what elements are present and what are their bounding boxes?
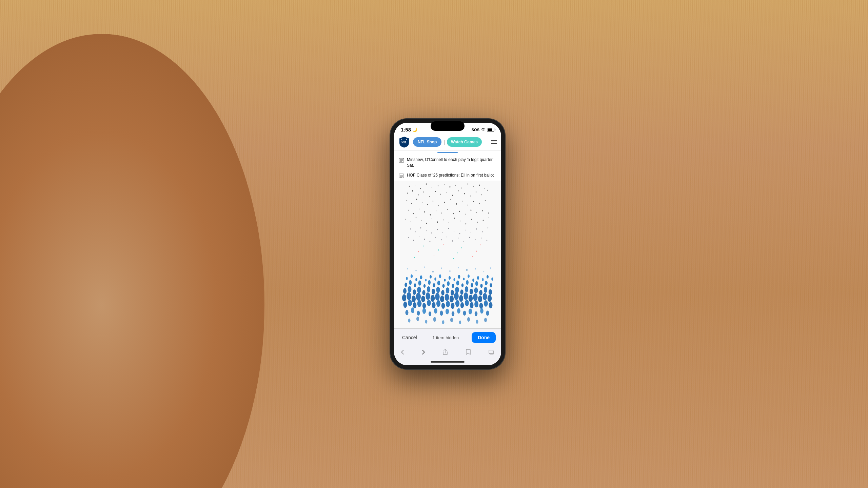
svg-point-189 xyxy=(460,289,463,294)
svg-point-256 xyxy=(467,317,470,321)
svg-point-249 xyxy=(408,319,411,323)
safari-tabs-button[interactable] xyxy=(487,349,496,357)
battery-icon xyxy=(487,128,494,131)
svg-point-15 xyxy=(432,187,432,188)
svg-point-193 xyxy=(479,290,482,295)
svg-point-129 xyxy=(416,269,417,271)
svg-point-79 xyxy=(454,218,455,219)
nfl-shop-button[interactable]: NFL Shop xyxy=(413,137,441,147)
svg-point-121 xyxy=(438,249,439,250)
news-item-2: HOF Class of '25 predictions: Eli in on … xyxy=(394,170,501,181)
svg-point-74 xyxy=(426,223,427,224)
svg-point-124 xyxy=(414,257,415,258)
svg-point-131 xyxy=(432,270,434,272)
svg-point-229 xyxy=(470,302,474,308)
svg-point-238 xyxy=(429,311,431,316)
svg-point-22 xyxy=(473,186,474,187)
svg-point-136 xyxy=(475,268,476,269)
svg-point-90 xyxy=(431,232,432,233)
svg-point-110 xyxy=(458,237,458,239)
svg-point-150 xyxy=(458,275,460,279)
svg-point-248 xyxy=(486,310,489,316)
svg-text:NFL: NFL xyxy=(401,141,407,144)
svg-point-226 xyxy=(455,300,459,307)
svg-point-33 xyxy=(452,195,453,196)
time-display: 1:58 xyxy=(401,127,411,133)
svg-point-208 xyxy=(459,295,463,302)
color-scatter-dots xyxy=(414,244,481,259)
svg-point-216 xyxy=(408,299,412,306)
svg-point-26 xyxy=(412,190,413,191)
tab-indicator xyxy=(437,152,458,153)
svg-point-202 xyxy=(431,295,435,302)
svg-point-170 xyxy=(461,283,464,287)
header-separator: | xyxy=(443,139,445,145)
svg-point-92 xyxy=(442,232,443,233)
svg-point-167 xyxy=(447,281,450,286)
svg-point-169 xyxy=(456,280,459,285)
safari-back-button[interactable] xyxy=(399,349,406,357)
svg-point-164 xyxy=(433,283,435,287)
svg-point-96 xyxy=(465,229,466,230)
header-buttons: NFL Shop | Watch Games xyxy=(413,137,488,147)
safari-bookmarks-button[interactable] xyxy=(464,348,472,357)
svg-point-72 xyxy=(416,217,416,218)
svg-point-64 xyxy=(459,210,460,212)
svg-point-57 xyxy=(419,208,419,209)
svg-point-24 xyxy=(485,188,485,189)
svg-point-254 xyxy=(450,318,453,322)
svg-point-119 xyxy=(480,244,481,245)
svg-point-36 xyxy=(470,195,471,196)
svg-point-70 xyxy=(406,219,406,220)
svg-point-192 xyxy=(474,287,478,293)
svg-point-75 xyxy=(432,218,432,219)
svg-point-99 xyxy=(482,231,483,232)
svg-point-159 xyxy=(409,280,412,285)
svg-point-175 xyxy=(485,281,488,285)
svg-point-39 xyxy=(487,189,488,190)
svg-point-232 xyxy=(484,300,488,307)
svg-point-154 xyxy=(477,276,479,280)
svg-point-255 xyxy=(459,320,461,324)
svg-point-126 xyxy=(453,258,454,259)
cancel-button[interactable]: Cancel xyxy=(399,333,420,342)
safari-toolbar xyxy=(394,346,501,359)
svg-point-173 xyxy=(475,281,478,286)
svg-point-224 xyxy=(446,301,450,307)
svg-point-89 xyxy=(426,230,427,231)
svg-point-152 xyxy=(468,274,470,278)
svg-point-247 xyxy=(480,308,484,313)
svg-point-222 xyxy=(436,300,440,307)
watch-games-button[interactable]: Watch Games xyxy=(447,137,482,147)
svg-point-246 xyxy=(475,311,477,316)
svg-point-191 xyxy=(470,289,473,294)
svg-point-176 xyxy=(490,283,492,287)
svg-point-115 xyxy=(487,240,487,241)
scatter-svg xyxy=(394,181,501,328)
svg-point-142 xyxy=(420,275,422,279)
svg-point-120 xyxy=(418,251,419,252)
safari-forward-button[interactable] xyxy=(420,349,427,357)
svg-point-180 xyxy=(417,286,421,293)
svg-point-88 xyxy=(420,227,421,228)
svg-point-73 xyxy=(421,220,421,221)
safari-share-button[interactable] xyxy=(441,348,449,357)
svg-point-188 xyxy=(455,286,459,293)
done-button[interactable]: Done xyxy=(472,332,496,343)
svg-point-133 xyxy=(449,270,450,272)
svg-point-185 xyxy=(441,290,444,295)
svg-point-13 xyxy=(420,188,421,189)
svg-point-237 xyxy=(422,308,426,313)
svg-point-210 xyxy=(469,295,473,302)
svg-point-149 xyxy=(453,278,455,281)
svg-point-182 xyxy=(427,286,430,292)
svg-point-178 xyxy=(408,286,412,292)
svg-point-221 xyxy=(432,302,436,308)
hamburger-menu-button[interactable] xyxy=(491,140,497,144)
svg-point-236 xyxy=(417,310,420,315)
svg-point-69 xyxy=(488,212,489,214)
svg-point-145 xyxy=(434,277,436,280)
svg-point-53 xyxy=(479,203,480,204)
svg-point-61 xyxy=(441,212,442,214)
svg-point-228 xyxy=(465,300,469,306)
